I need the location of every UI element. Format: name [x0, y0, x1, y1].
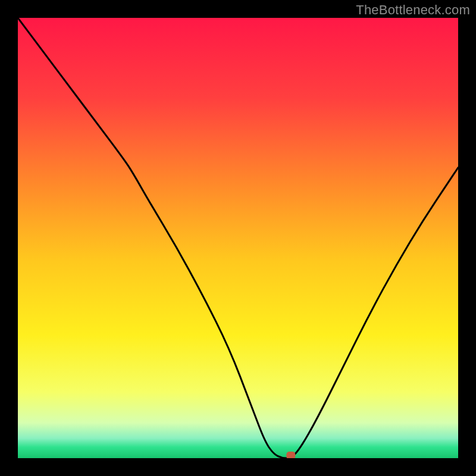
gradient-background: [18, 18, 458, 458]
chart-svg: [18, 18, 458, 458]
chart-frame: TheBottleneck.com: [0, 0, 476, 476]
watermark-text: TheBottleneck.com: [356, 2, 470, 18]
marker-dot: [286, 452, 295, 458]
chart-plot-area: [18, 18, 458, 458]
